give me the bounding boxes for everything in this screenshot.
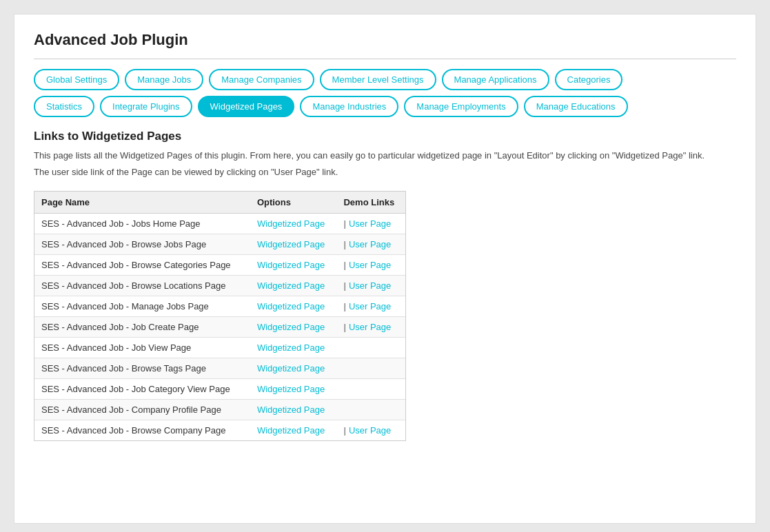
pipe-separator: | [343, 322, 345, 332]
cell-demo-links: | User Page [336, 317, 405, 338]
cell-options: Widgetized Page [250, 317, 337, 338]
cell-options: Widgetized Page [250, 379, 337, 400]
user-page-link[interactable]: User Page [349, 301, 391, 311]
cell-page-name: SES - Advanced Job - Company Profile Pag… [34, 400, 250, 420]
nav-btn-integrate-plugins[interactable]: Integrate Plugins [100, 96, 192, 117]
cell-page-name: SES - Advanced Job - Browse Tags Page [34, 358, 250, 379]
nav-btn-statistics[interactable]: Statistics [34, 96, 94, 117]
cell-options: Widgetized Page [250, 296, 337, 317]
col-options: Options [250, 192, 337, 214]
cell-demo-links: | User Page [336, 214, 405, 234]
table-row: SES - Advanced Job - Browse Categories P… [34, 255, 405, 276]
nav-btn-widgetized-pages[interactable]: Widgetized Pages [198, 96, 295, 117]
cell-page-name: SES - Advanced Job - Job Category View P… [34, 379, 250, 400]
table-body: SES - Advanced Job - Jobs Home PageWidge… [34, 214, 405, 441]
cell-page-name: SES - Advanced Job - Jobs Home Page [34, 214, 250, 234]
cell-page-name: SES - Advanced Job - Manage Jobs Page [34, 296, 250, 317]
table-row: SES - Advanced Job - Jobs Home PageWidge… [34, 214, 405, 234]
nav-btn-manage-educations[interactable]: Manage Educations [524, 96, 628, 117]
user-page-link[interactable]: User Page [349, 239, 391, 249]
divider [34, 59, 736, 59]
nav-row-1: Global SettingsManage JobsManage Compani… [34, 69, 736, 90]
cell-demo-links: | User Page [336, 296, 405, 317]
widgetized-pages-table-wrapper: Page Name Options Demo Links SES - Advan… [34, 191, 406, 441]
demo-links-cell: | User Page [343, 260, 398, 270]
table-row: SES - Advanced Job - Job View PageWidget… [34, 338, 405, 358]
pipe-separator: | [343, 425, 345, 436]
widgetized-page-link[interactable]: Widgetized Page [257, 322, 325, 332]
pipe-separator: | [343, 239, 345, 249]
nav-btn-manage-applications[interactable]: Manage Applications [442, 69, 549, 90]
cell-demo-links: | User Page [336, 255, 405, 276]
description-1: This page lists all the Widgetized Pages… [34, 149, 736, 163]
cell-page-name: SES - Advanced Job - Browse Company Page [34, 420, 250, 441]
cell-options: Widgetized Page [250, 276, 337, 296]
table-header: Page Name Options Demo Links [34, 192, 405, 214]
demo-links-cell: | User Page [343, 322, 398, 332]
table-row: SES - Advanced Job - Company Profile Pag… [34, 400, 405, 420]
description-2: The user side link of the Page can be vi… [34, 165, 736, 179]
cell-demo-links: | User Page [336, 420, 405, 441]
cell-options: Widgetized Page [250, 358, 337, 379]
cell-demo-links: | User Page [336, 234, 405, 255]
pipe-separator: | [343, 280, 345, 291]
user-page-link[interactable]: User Page [349, 260, 391, 270]
nav-btn-manage-companies[interactable]: Manage Companies [209, 69, 314, 90]
widgetized-page-link[interactable]: Widgetized Page [257, 218, 325, 229]
cell-demo-links [336, 379, 405, 400]
nav-btn-manage-jobs[interactable]: Manage Jobs [125, 69, 203, 90]
widgetized-page-link[interactable]: Widgetized Page [257, 239, 325, 249]
main-container: Advanced Job Plugin Global SettingsManag… [14, 14, 756, 524]
cell-options: Widgetized Page [250, 420, 337, 441]
table-row: SES - Advanced Job - Browse Jobs PageWid… [34, 234, 405, 255]
section-title: Links to Widgetized Pages [34, 130, 736, 143]
widgetized-page-link[interactable]: Widgetized Page [257, 405, 325, 415]
table-row: SES - Advanced Job - Browse Tags PageWid… [34, 358, 405, 379]
widgetized-page-link[interactable]: Widgetized Page [257, 280, 325, 291]
table-row: SES - Advanced Job - Job Category View P… [34, 379, 405, 400]
cell-page-name: SES - Advanced Job - Browse Jobs Page [34, 234, 250, 255]
demo-links-cell: | User Page [343, 425, 398, 436]
nav-btn-global-settings[interactable]: Global Settings [34, 69, 119, 90]
cell-page-name: SES - Advanced Job - Job View Page [34, 338, 250, 358]
pipe-separator: | [343, 301, 345, 311]
cell-page-name: SES - Advanced Job - Browse Categories P… [34, 255, 250, 276]
user-page-link[interactable]: User Page [349, 322, 391, 332]
table-row: SES - Advanced Job - Browse Company Page… [34, 420, 405, 441]
table-row: SES - Advanced Job - Job Create PageWidg… [34, 317, 405, 338]
widgetized-page-link[interactable]: Widgetized Page [257, 425, 325, 436]
nav-btn-manage-industries[interactable]: Manage Industries [300, 96, 398, 117]
widgetized-page-link[interactable]: Widgetized Page [257, 342, 325, 353]
cell-page-name: SES - Advanced Job - Job Create Page [34, 317, 250, 338]
cell-page-name: SES - Advanced Job - Browse Locations Pa… [34, 276, 250, 296]
nav-btn-member-level-settings[interactable]: Member Level Settings [320, 69, 436, 90]
demo-links-cell: | User Page [343, 280, 398, 291]
widgetized-page-link[interactable]: Widgetized Page [257, 260, 325, 270]
cell-options: Widgetized Page [250, 234, 337, 255]
user-page-link[interactable]: User Page [349, 425, 391, 436]
cell-demo-links [336, 338, 405, 358]
cell-options: Widgetized Page [250, 400, 337, 420]
cell-options: Widgetized Page [250, 255, 337, 276]
nav-row-2: StatisticsIntegrate PluginsWidgetized Pa… [34, 96, 736, 117]
widgetized-page-link[interactable]: Widgetized Page [257, 384, 325, 394]
cell-options: Widgetized Page [250, 214, 337, 234]
demo-links-cell: | User Page [343, 218, 398, 229]
widgetized-page-link[interactable]: Widgetized Page [257, 301, 325, 311]
cell-options: Widgetized Page [250, 338, 337, 358]
cell-demo-links [336, 358, 405, 379]
widgetized-page-link[interactable]: Widgetized Page [257, 363, 325, 374]
nav-btn-manage-employments[interactable]: Manage Employments [404, 96, 518, 117]
col-demo-links: Demo Links [336, 192, 405, 214]
nav-btn-categories[interactable]: Categories [555, 69, 623, 90]
user-page-link[interactable]: User Page [349, 218, 391, 229]
user-page-link[interactable]: User Page [349, 280, 391, 291]
cell-demo-links: | User Page [336, 276, 405, 296]
table-row: SES - Advanced Job - Manage Jobs PageWid… [34, 296, 405, 317]
table-row: SES - Advanced Job - Browse Locations Pa… [34, 276, 405, 296]
col-page-name: Page Name [34, 192, 250, 214]
demo-links-cell: | User Page [343, 239, 398, 249]
pipe-separator: | [343, 260, 345, 270]
cell-demo-links [336, 400, 405, 420]
page-title: Advanced Job Plugin [34, 31, 736, 49]
